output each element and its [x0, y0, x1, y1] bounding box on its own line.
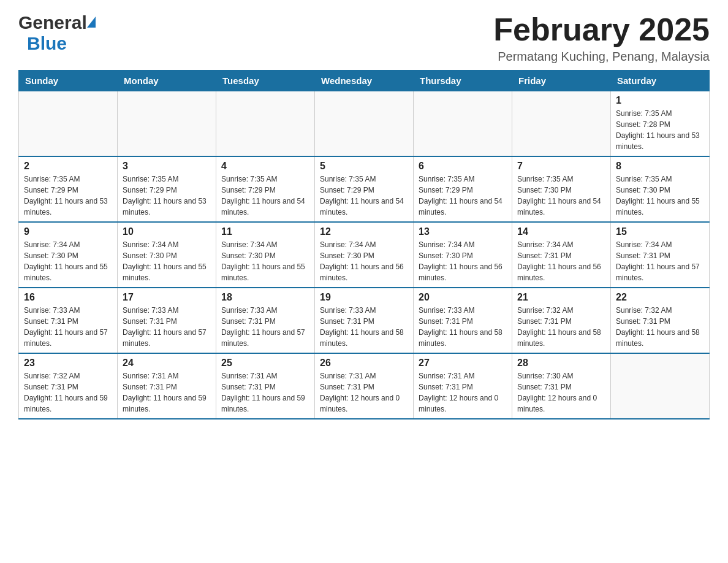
day-number: 8 — [616, 161, 704, 172]
calendar-cell: 16Sunrise: 7:33 AMSunset: 7:31 PMDayligh… — [19, 288, 118, 353]
day-number: 28 — [517, 358, 605, 369]
header-day-tuesday: Tuesday — [216, 71, 315, 91]
day-info: Sunrise: 7:35 AMSunset: 7:30 PMDaylight:… — [616, 174, 704, 218]
day-number: 20 — [419, 292, 507, 303]
day-info: Sunrise: 7:35 AMSunset: 7:28 PMDaylight:… — [616, 108, 704, 152]
calendar-cell: 18Sunrise: 7:33 AMSunset: 7:31 PMDayligh… — [216, 288, 315, 353]
header-day-saturday: Saturday — [611, 71, 710, 91]
logo: General Blue — [18, 12, 96, 54]
day-info: Sunrise: 7:33 AMSunset: 7:31 PMDaylight:… — [221, 305, 309, 349]
calendar-cell — [315, 91, 414, 157]
day-number: 16 — [24, 292, 112, 303]
day-info: Sunrise: 7:32 AMSunset: 7:31 PMDaylight:… — [24, 370, 112, 415]
calendar-week-2: 2Sunrise: 7:35 AMSunset: 7:29 PMDaylight… — [19, 156, 710, 222]
day-number: 9 — [24, 226, 112, 237]
header-day-thursday: Thursday — [414, 71, 512, 91]
calendar-cell: 28Sunrise: 7:30 AMSunset: 7:31 PMDayligh… — [512, 353, 611, 419]
day-number: 1 — [616, 95, 704, 106]
calendar-cell: 6Sunrise: 7:35 AMSunset: 7:29 PMDaylight… — [414, 156, 512, 222]
calendar-week-4: 16Sunrise: 7:33 AMSunset: 7:31 PMDayligh… — [19, 288, 710, 353]
day-number: 22 — [616, 292, 704, 303]
calendar-week-1: 1Sunrise: 7:35 AMSunset: 7:28 PMDaylight… — [19, 91, 710, 157]
calendar-cell: 24Sunrise: 7:31 AMSunset: 7:31 PMDayligh… — [118, 353, 216, 419]
page-header: General Blue February 2025 Permatang Kuc… — [18, 12, 710, 64]
calendar-cell — [414, 91, 512, 157]
day-number: 17 — [123, 292, 211, 303]
day-info: Sunrise: 7:34 AMSunset: 7:30 PMDaylight:… — [123, 239, 211, 283]
calendar-cell: 1Sunrise: 7:35 AMSunset: 7:28 PMDaylight… — [611, 91, 710, 157]
calendar-cell: 7Sunrise: 7:35 AMSunset: 7:30 PMDaylight… — [512, 156, 611, 222]
calendar-cell: 27Sunrise: 7:31 AMSunset: 7:31 PMDayligh… — [414, 353, 512, 419]
day-number: 6 — [419, 161, 507, 172]
calendar-cell: 11Sunrise: 7:34 AMSunset: 7:30 PMDayligh… — [216, 222, 315, 288]
day-number: 15 — [616, 226, 704, 237]
calendar-cell: 23Sunrise: 7:32 AMSunset: 7:31 PMDayligh… — [19, 353, 118, 419]
header-day-sunday: Sunday — [19, 71, 118, 91]
header-day-friday: Friday — [512, 71, 611, 91]
header-day-monday: Monday — [118, 71, 216, 91]
day-info: Sunrise: 7:35 AMSunset: 7:30 PMDaylight:… — [517, 174, 605, 218]
day-info: Sunrise: 7:31 AMSunset: 7:31 PMDaylight:… — [221, 370, 309, 415]
day-info: Sunrise: 7:31 AMSunset: 7:31 PMDaylight:… — [123, 370, 211, 415]
day-info: Sunrise: 7:35 AMSunset: 7:29 PMDaylight:… — [221, 174, 309, 218]
calendar-cell: 22Sunrise: 7:32 AMSunset: 7:31 PMDayligh… — [611, 288, 710, 353]
day-number: 21 — [517, 292, 605, 303]
day-info: Sunrise: 7:34 AMSunset: 7:30 PMDaylight:… — [24, 239, 112, 283]
day-number: 3 — [123, 161, 211, 172]
day-info: Sunrise: 7:34 AMSunset: 7:30 PMDaylight:… — [320, 239, 408, 283]
calendar-location: Permatang Kuching, Penang, Malaysia — [493, 50, 710, 64]
day-number: 19 — [320, 292, 408, 303]
day-number: 2 — [24, 161, 112, 172]
calendar-week-3: 9Sunrise: 7:34 AMSunset: 7:30 PMDaylight… — [19, 222, 710, 288]
day-info: Sunrise: 7:35 AMSunset: 7:29 PMDaylight:… — [24, 174, 112, 218]
calendar-cell: 12Sunrise: 7:34 AMSunset: 7:30 PMDayligh… — [315, 222, 414, 288]
day-info: Sunrise: 7:33 AMSunset: 7:31 PMDaylight:… — [320, 305, 408, 349]
day-number: 7 — [517, 161, 605, 172]
day-info: Sunrise: 7:35 AMSunset: 7:29 PMDaylight:… — [320, 174, 408, 218]
header-row: SundayMondayTuesdayWednesdayThursdayFrid… — [19, 71, 710, 91]
calendar-cell: 13Sunrise: 7:34 AMSunset: 7:30 PMDayligh… — [414, 222, 512, 288]
calendar-cell: 2Sunrise: 7:35 AMSunset: 7:29 PMDaylight… — [19, 156, 118, 222]
calendar-cell: 26Sunrise: 7:31 AMSunset: 7:31 PMDayligh… — [315, 353, 414, 419]
day-info: Sunrise: 7:33 AMSunset: 7:31 PMDaylight:… — [419, 305, 507, 349]
calendar-body: 1Sunrise: 7:35 AMSunset: 7:28 PMDaylight… — [19, 91, 710, 419]
logo-triangle-icon — [87, 17, 96, 28]
day-number: 10 — [123, 226, 211, 237]
day-info: Sunrise: 7:32 AMSunset: 7:31 PMDaylight:… — [616, 305, 704, 349]
calendar-cell: 10Sunrise: 7:34 AMSunset: 7:30 PMDayligh… — [118, 222, 216, 288]
day-info: Sunrise: 7:31 AMSunset: 7:31 PMDaylight:… — [419, 370, 507, 415]
calendar-cell: 25Sunrise: 7:31 AMSunset: 7:31 PMDayligh… — [216, 353, 315, 419]
calendar-cell: 21Sunrise: 7:32 AMSunset: 7:31 PMDayligh… — [512, 288, 611, 353]
day-number: 26 — [320, 358, 408, 369]
calendar-cell — [19, 91, 118, 157]
calendar-cell: 4Sunrise: 7:35 AMSunset: 7:29 PMDaylight… — [216, 156, 315, 222]
day-number: 4 — [221, 161, 309, 172]
day-info: Sunrise: 7:35 AMSunset: 7:29 PMDaylight:… — [419, 174, 507, 218]
calendar-cell: 15Sunrise: 7:34 AMSunset: 7:31 PMDayligh… — [611, 222, 710, 288]
day-info: Sunrise: 7:30 AMSunset: 7:31 PMDaylight:… — [517, 370, 605, 415]
calendar-header: SundayMondayTuesdayWednesdayThursdayFrid… — [19, 71, 710, 91]
day-info: Sunrise: 7:33 AMSunset: 7:31 PMDaylight:… — [24, 305, 112, 349]
calendar-cell: 8Sunrise: 7:35 AMSunset: 7:30 PMDaylight… — [611, 156, 710, 222]
calendar-cell: 3Sunrise: 7:35 AMSunset: 7:29 PMDaylight… — [118, 156, 216, 222]
day-info: Sunrise: 7:34 AMSunset: 7:30 PMDaylight:… — [419, 239, 507, 283]
day-number: 13 — [419, 226, 507, 237]
header-day-wednesday: Wednesday — [315, 71, 414, 91]
day-number: 23 — [24, 358, 112, 369]
calendar-table: SundayMondayTuesdayWednesdayThursdayFrid… — [18, 70, 710, 419]
day-number: 18 — [221, 292, 309, 303]
logo-general-text: General — [18, 12, 87, 33]
calendar-week-5: 23Sunrise: 7:32 AMSunset: 7:31 PMDayligh… — [19, 353, 710, 419]
day-info: Sunrise: 7:34 AMSunset: 7:31 PMDaylight:… — [616, 239, 704, 283]
day-number: 12 — [320, 226, 408, 237]
calendar-cell: 17Sunrise: 7:33 AMSunset: 7:31 PMDayligh… — [118, 288, 216, 353]
day-info: Sunrise: 7:35 AMSunset: 7:29 PMDaylight:… — [123, 174, 211, 218]
day-number: 24 — [123, 358, 211, 369]
calendar-title: February 2025 — [493, 12, 710, 47]
day-number: 11 — [221, 226, 309, 237]
day-info: Sunrise: 7:34 AMSunset: 7:30 PMDaylight:… — [221, 239, 309, 283]
calendar-cell: 14Sunrise: 7:34 AMSunset: 7:31 PMDayligh… — [512, 222, 611, 288]
calendar-cell — [216, 91, 315, 157]
calendar-cell — [512, 91, 611, 157]
day-info: Sunrise: 7:31 AMSunset: 7:31 PMDaylight:… — [320, 370, 408, 415]
